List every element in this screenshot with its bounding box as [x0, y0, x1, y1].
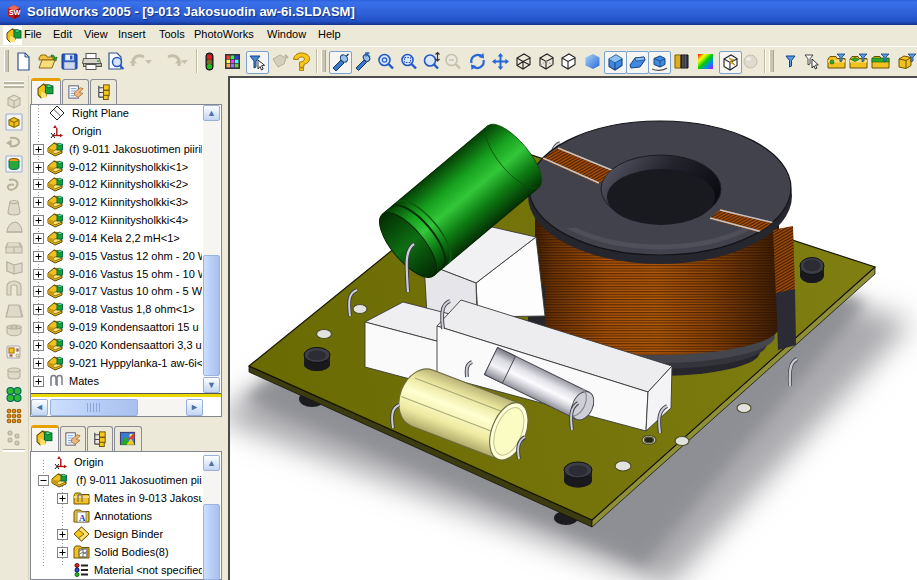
svg-text:SW: SW [9, 9, 21, 16]
